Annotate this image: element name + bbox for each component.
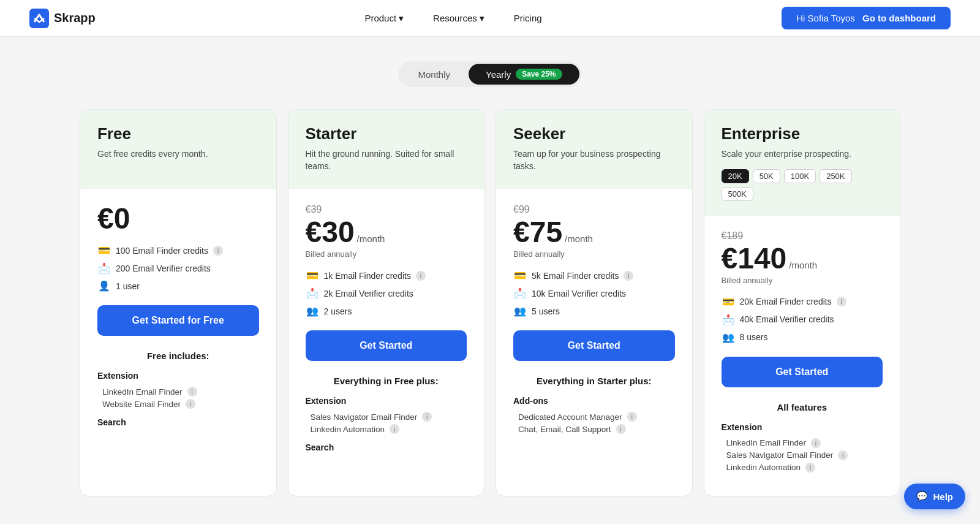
price-amount-enterprise: €140 (722, 244, 787, 273)
users-icon: 👥 (306, 305, 319, 317)
info-icon[interactable]: i (838, 450, 848, 460)
price-amount-free: €0 (97, 204, 130, 234)
tier-50k[interactable]: 50K (753, 169, 780, 183)
help-button[interactable]: 💬 Help (904, 484, 965, 509)
info-icon[interactable]: i (186, 399, 195, 409)
logo[interactable]: Skrapp (29, 9, 96, 28)
free-cta-button[interactable]: Get Started for Free (97, 305, 259, 336)
plan-desc-free: Get free credits every month. (97, 148, 259, 161)
price-original-enterprise: €189 (722, 230, 883, 241)
info-icon[interactable]: i (837, 297, 846, 306)
plan-desc-seeker: Team up for your business prospecting ta… (513, 148, 675, 172)
feature-text: Linkedin Automation (726, 463, 801, 472)
credit-text: 100 Email Finder credits (116, 246, 208, 256)
dashboard-cta-button[interactable]: Hi Sofia Toyos Go to dashboard (782, 7, 951, 29)
info-icon[interactable]: i (213, 246, 223, 256)
info-icon[interactable]: i (616, 424, 626, 434)
billing-toggle: Monthly Yearly Save 25% (80, 61, 900, 87)
credit-item: 💳 5k Email Finder credits i (513, 270, 675, 281)
starter-cta-button[interactable]: Get Started (306, 330, 467, 361)
monthly-toggle[interactable]: Monthly (401, 64, 467, 85)
chevron-down-icon: ▾ (399, 13, 404, 24)
nav-item-product[interactable]: Product ▾ (352, 8, 416, 29)
enterprise-cta-button[interactable]: Get Started (722, 357, 883, 387)
price-main-free: €0 (97, 204, 259, 234)
feature-text: Sales Navigator Email Finder (726, 450, 834, 460)
plan-body-enterprise: €189 €140 /month Billed annually 💳 20k E… (704, 216, 900, 496)
credit-item: 💳 1k Email Finder credits i (306, 270, 467, 281)
credit-item: 👥 5 users (513, 305, 675, 317)
credit-text: 20k Email Finder credits (740, 297, 832, 306)
plan-desc-starter: Hit the ground running. Suited for small… (306, 148, 467, 172)
tier-20k[interactable]: 20K (722, 169, 749, 183)
tier-250k[interactable]: 250K (820, 169, 851, 183)
price-billing-seeker: Billed annually (513, 249, 675, 259)
info-icon[interactable]: i (624, 271, 633, 281)
feature-section-extension: Extension LinkedIn Email Finder i Sales … (722, 422, 883, 474)
info-icon[interactable]: i (416, 271, 426, 281)
info-icon[interactable]: i (627, 412, 637, 422)
feature-item: Linkedin Automation i (722, 461, 883, 474)
info-icon[interactable]: i (422, 412, 432, 422)
feature-text: Sales Navigator Email Finder (311, 412, 418, 422)
plan-name-seeker: Seeker (513, 124, 675, 143)
info-icon[interactable]: i (390, 424, 399, 434)
credit-icon: 💳 (722, 296, 735, 308)
credit-item: 💳 100 Email Finder credits i (97, 245, 259, 256)
credits-list-starter: 💳 1k Email Finder credits i 📩 2k Email V… (306, 270, 467, 317)
plan-header-free: Free Get free credits every month. (80, 110, 276, 189)
section-title: Search (306, 442, 467, 452)
credit-text: 40k Email Verifier credits (740, 314, 834, 324)
feature-text: Chat, Email, Call Support (518, 425, 611, 434)
price-billing-enterprise: Billed annually (722, 276, 883, 285)
feature-item: LinkedIn Email Finder i (97, 385, 259, 398)
feature-text: Website Email Finder (102, 400, 181, 409)
feature-item: Linkedin Automation i (306, 423, 467, 435)
feature-text: LinkedIn Email Finder (102, 387, 183, 397)
credit-text: 1k Email Finder credits (324, 271, 411, 281)
tier-500k[interactable]: 500K (722, 187, 753, 201)
tier-100k[interactable]: 100K (784, 169, 816, 183)
feature-item: Chat, Email, Call Support i (513, 423, 675, 435)
plan-card-free: Free Get free credits every month. €0 💳 … (80, 109, 277, 496)
logo-icon (29, 9, 49, 28)
price-area-free: €0 (97, 204, 259, 234)
price-original-starter: €39 (306, 204, 467, 215)
plan-card-seeker: Seeker Team up for your business prospec… (496, 109, 693, 496)
credit-item: 👤 1 user (97, 280, 259, 292)
plan-header-seeker: Seeker Team up for your business prospec… (496, 110, 692, 189)
feature-text: Linkedin Automation (311, 425, 385, 434)
plan-header-starter: Starter Hit the ground running. Suited f… (288, 110, 484, 189)
info-icon[interactable]: i (187, 387, 197, 397)
pricing-grid: Free Get free credits every month. €0 💳 … (80, 109, 900, 496)
price-main-starter: €30 /month (306, 218, 467, 247)
info-icon[interactable]: i (805, 463, 815, 473)
feature-section-extension: Extension LinkedIn Email Finder i Websit… (97, 371, 259, 410)
price-area-seeker: €99 €75 /month Billed annually (513, 204, 675, 259)
price-main-enterprise: €140 /month (722, 244, 883, 273)
feature-item: Sales Navigator Email Finder i (306, 411, 467, 423)
credit-text: 2 users (324, 306, 352, 316)
seeker-cta-button[interactable]: Get Started (513, 330, 675, 361)
enterprise-tiers: 20K 50K 100K 250K 500K (722, 169, 883, 201)
price-amount-starter: €30 (306, 218, 355, 247)
credit-text: 1 user (116, 281, 140, 291)
plan-name-free: Free (97, 124, 259, 143)
help-label: Help (933, 492, 953, 502)
seeker-includes-label: Everything in Starter plus: (513, 376, 675, 386)
nav-item-resources[interactable]: Resources ▾ (421, 8, 497, 29)
feature-item: Sales Navigator Email Finder i (722, 449, 883, 461)
section-title: Extension (97, 371, 259, 381)
credit-item: 👥 8 users (722, 332, 883, 343)
credit-item: 📩 10k Email Verifier credits (513, 287, 675, 299)
credit-text: 200 Email Verifier credits (116, 264, 211, 273)
credit-text: 8 users (740, 332, 768, 342)
enterprise-includes-label: All features (722, 402, 883, 412)
feature-section-addons: Add-ons Dedicated Account Manager i Chat… (513, 396, 675, 435)
info-icon[interactable]: i (811, 438, 821, 448)
nav-greeting: Hi Sofia Toyos (796, 13, 855, 23)
nav-item-pricing[interactable]: Pricing (502, 8, 554, 28)
yearly-toggle[interactable]: Yearly Save 25% (469, 64, 579, 85)
plan-desc-enterprise: Scale your enterprise prospecting. (722, 148, 883, 161)
logo-text: Skrapp (54, 11, 96, 25)
